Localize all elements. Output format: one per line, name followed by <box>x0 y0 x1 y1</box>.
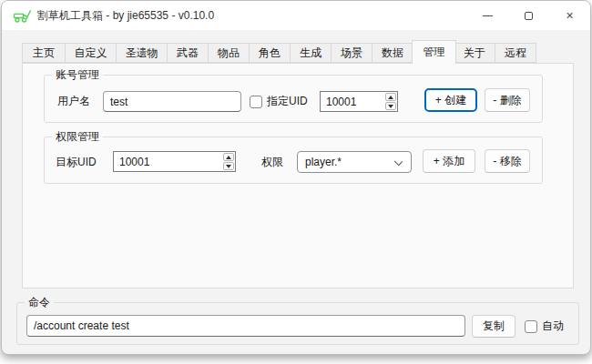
window-title: 割草机工具箱 - by jie65535 - v0.10.0 <box>37 8 214 24</box>
auto-checkbox-row: 自动 <box>525 319 564 333</box>
account-group-title: 账号管理 <box>52 68 103 82</box>
tab-weapon[interactable]: 武器 <box>168 43 209 63</box>
specify-uid-checkbox-row: 指定UID <box>250 95 308 108</box>
tab-custom[interactable]: 自定义 <box>66 43 117 63</box>
tab-avatar[interactable]: 角色 <box>250 43 291 63</box>
permission-label: 权限 <box>261 156 283 169</box>
permission-management-group: 权限管理 目标UID 10001 权限 player.* + 添加 - 移除 <box>44 136 543 184</box>
app-window: 割草机工具箱 - by jie65535 - v0.10.0 × 主页 自定义 … <box>1 0 591 355</box>
close-icon: × <box>566 9 573 22</box>
auto-label: 自动 <box>542 319 564 333</box>
target-uid-label: 目标UID <box>56 156 97 169</box>
minimize-icon <box>483 15 493 16</box>
permission-value: player.* <box>305 156 342 168</box>
tab-about[interactable]: 关于 <box>454 43 495 63</box>
permission-combobox[interactable]: player.* <box>297 151 412 173</box>
spin-up-button[interactable] <box>223 153 234 161</box>
username-input[interactable] <box>103 91 241 112</box>
tab-data[interactable]: 数据 <box>373 43 413 63</box>
chevron-down-icon <box>394 157 403 166</box>
remove-permission-button[interactable]: - 移除 <box>485 149 530 173</box>
spin-up-button[interactable] <box>385 93 396 101</box>
delete-account-button[interactable]: - 删除 <box>485 88 530 112</box>
specify-uid-checkbox[interactable] <box>250 96 262 108</box>
arrow-down-icon <box>388 105 393 108</box>
spin-down-button[interactable] <box>223 162 234 170</box>
copy-command-button[interactable]: 复制 <box>472 315 515 338</box>
uid-value: 10001 <box>321 92 384 111</box>
tab-strip: 主页 自定义 圣遗物 武器 物品 角色 生成 场景 数据 管理 关于 远程 <box>22 43 536 63</box>
username-label: 用户名 <box>57 95 90 108</box>
management-tab-page: 账号管理 用户名 指定UID 10001 + 创建 - 删除 权限管理 目标UI… <box>22 63 574 288</box>
minimize-button[interactable] <box>467 1 508 30</box>
target-uid-value: 10001 <box>114 152 222 171</box>
maximize-icon <box>525 12 533 20</box>
permission-group-title: 权限管理 <box>52 130 103 144</box>
tab-home[interactable]: 主页 <box>22 43 66 63</box>
arrow-up-icon <box>388 96 393 99</box>
command-group-title: 命令 <box>25 296 54 309</box>
spin-down-button[interactable] <box>385 102 396 110</box>
tab-spawn[interactable]: 生成 <box>291 43 332 63</box>
tab-artifact[interactable]: 圣遗物 <box>117 43 168 63</box>
close-button[interactable]: × <box>549 1 590 30</box>
maximize-button[interactable] <box>508 1 549 30</box>
account-management-group: 账号管理 用户名 指定UID 10001 + 创建 - 删除 <box>44 75 543 123</box>
tab-scene[interactable]: 场景 <box>332 43 373 63</box>
auto-checkbox[interactable] <box>525 320 537 333</box>
title-bar: 割草机工具箱 - by jie65535 - v0.10.0 × <box>2 1 590 30</box>
arrow-up-icon <box>226 156 231 159</box>
tab-item[interactable]: 物品 <box>209 43 250 63</box>
uid-stepper[interactable]: 10001 <box>320 91 398 112</box>
lawn-mower-icon <box>12 6 32 25</box>
command-group: 命令 复制 自动 <box>16 302 579 345</box>
target-uid-spinner <box>222 152 235 171</box>
create-account-button[interactable]: + 创建 <box>424 88 477 112</box>
arrow-down-icon <box>226 165 231 168</box>
add-permission-button[interactable]: + 添加 <box>423 149 475 173</box>
uid-spinner <box>384 92 397 111</box>
specify-uid-label: 指定UID <box>267 95 308 108</box>
target-uid-stepper[interactable]: 10001 <box>113 151 236 172</box>
tab-management[interactable]: 管理 <box>412 40 456 64</box>
tab-remote[interactable]: 远程 <box>495 43 536 63</box>
command-input[interactable] <box>26 315 465 337</box>
